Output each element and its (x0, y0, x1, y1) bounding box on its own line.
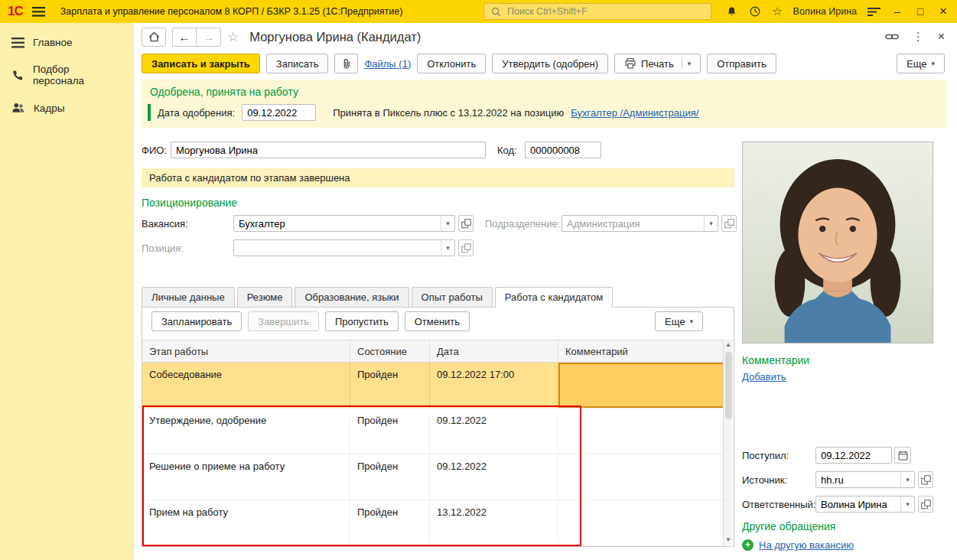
state-cell[interactable]: Пройден (350, 409, 430, 454)
comment-cell-selected[interactable] (558, 363, 724, 408)
stage-cell[interactable]: Прием на работу (142, 500, 350, 545)
position-open-button[interactable] (458, 239, 474, 256)
column-header-comment[interactable]: Комментарий (558, 340, 724, 362)
tab-personal-data[interactable]: Личные данные (142, 287, 235, 307)
responsible-value[interactable] (816, 497, 900, 512)
approval-date-field[interactable] (242, 104, 316, 121)
skip-button[interactable]: Пропустить (325, 311, 399, 331)
back-button[interactable]: ← (172, 28, 197, 47)
vacancy-combobox[interactable]: ▾ (233, 215, 455, 232)
chevron-down-icon[interactable]: ▾ (900, 472, 914, 487)
scroll-down-icon[interactable]: ▼ (725, 535, 731, 545)
fio-field[interactable] (171, 142, 486, 158)
scrollbar-thumb[interactable] (725, 352, 732, 419)
page-title: Моргунова Ирина (Кандидат) (249, 30, 421, 44)
department-combobox[interactable]: ▾ (562, 215, 718, 232)
save-button[interactable]: Записать (266, 54, 329, 73)
comment-cell[interactable] (558, 409, 724, 454)
department-value[interactable] (562, 216, 704, 231)
source-open-button[interactable] (918, 471, 933, 488)
main-menu-icon[interactable] (32, 7, 45, 17)
chevron-down-icon[interactable]: ▾ (704, 216, 718, 231)
forward-button[interactable]: → (197, 28, 221, 47)
source-value[interactable] (816, 472, 900, 487)
window-close-button[interactable]: × (937, 4, 949, 19)
stage-cell[interactable]: Утверждение, одобрение (142, 409, 350, 454)
more-menu-icon[interactable]: ⋮ (913, 30, 924, 44)
printer-icon (624, 57, 636, 70)
department-open-button[interactable] (721, 215, 737, 232)
table-row[interactable]: Собеседование Пройден 09.12.2022 17:00 (142, 363, 724, 409)
maximize-button[interactable]: □ (914, 5, 926, 18)
favorite-toggle-icon[interactable]: ☆ (227, 29, 239, 45)
comment-cell[interactable] (558, 500, 724, 545)
date-cell[interactable]: 09.12.2022 (430, 409, 558, 454)
sidebar-item-main[interactable]: Главное (0, 29, 134, 56)
tab-education[interactable]: Образование, языки (295, 287, 409, 307)
tab-experience[interactable]: Опыт работы (412, 287, 493, 307)
add-comment-link[interactable]: Добавить (742, 371, 786, 383)
column-header-state[interactable]: Состояние (350, 340, 430, 362)
sidebar-item-recruiting[interactable]: Подбор персонала (0, 56, 134, 94)
document-close-button[interactable]: × (938, 30, 945, 44)
home-button[interactable] (142, 28, 166, 47)
tab-resume[interactable]: Резюме (237, 287, 293, 307)
vacancy-value[interactable] (234, 216, 441, 231)
chevron-down-icon[interactable]: ▾ (441, 240, 454, 256)
sidebar-item-hr[interactable]: Кадры (0, 94, 134, 122)
minimize-button[interactable]: – (891, 5, 903, 18)
decline-button[interactable]: Отклонить (417, 54, 486, 73)
left-column: ФИО: Код: Работа с кандидатом по этапам … (142, 132, 737, 551)
responsible-combobox[interactable]: ▾ (815, 496, 915, 513)
scroll-up-icon[interactable]: ▲ (725, 340, 731, 350)
other-vacancy-link[interactable]: На другую вакансию (759, 539, 854, 551)
cancel-button[interactable]: Отменить (405, 311, 470, 331)
table-scrollbar[interactable]: ▲ ▼ (723, 340, 733, 545)
calendar-icon[interactable] (894, 447, 911, 464)
stage-more-button[interactable]: Еще ▾ (655, 311, 703, 331)
files-link[interactable]: Файлы (1) (364, 58, 411, 70)
table-row[interactable]: Утверждение, одобрение Пройден 09.12.202… (142, 409, 724, 454)
attachments-button[interactable] (334, 54, 358, 73)
comment-cell[interactable] (558, 454, 724, 500)
print-button[interactable]: Печать ▾ (614, 54, 701, 73)
toolbar-more-button[interactable]: Еще ▾ (897, 54, 945, 73)
global-search[interactable]: Поиск Ctrl+Shift+F (483, 3, 711, 20)
received-date-field[interactable] (815, 447, 892, 464)
table-row[interactable]: Прием на работу Пройден 13.12.2022 (142, 500, 724, 546)
history-icon[interactable] (749, 5, 761, 18)
source-combobox[interactable]: ▾ (815, 471, 915, 488)
column-header-date[interactable]: Дата (430, 340, 558, 362)
connection-quality-icon[interactable] (867, 7, 881, 17)
tab-candidate-work[interactable]: Работа с кандидатом (495, 287, 613, 308)
table-row[interactable]: Решение о приеме на работу Пройден 09.12… (142, 454, 724, 500)
positioning-section-header: Позиционирование (142, 197, 737, 209)
notifications-icon[interactable] (725, 5, 738, 18)
user-menu[interactable]: Волина Ирина (793, 6, 857, 17)
column-header-stage[interactable]: Этап работы (142, 340, 350, 362)
position-value[interactable] (234, 240, 441, 256)
state-cell[interactable]: Пройден (350, 363, 430, 408)
hired-position-link[interactable]: Бухгалтер /Администрация/ (571, 107, 698, 119)
date-cell[interactable]: 13.12.2022 (430, 500, 558, 545)
plan-button[interactable]: Запланировать (151, 311, 242, 331)
responsible-open-button[interactable] (918, 496, 933, 513)
vacancy-open-button[interactable] (458, 215, 474, 232)
favorites-icon[interactable]: ☆ (772, 5, 782, 18)
stage-cell[interactable]: Решение о приеме на работу (142, 454, 350, 500)
state-cell[interactable]: Пройден (350, 500, 430, 545)
approve-button[interactable]: Утвердить (одобрен) (492, 54, 608, 73)
chevron-down-icon[interactable]: ▾ (441, 216, 454, 231)
save-and-close-button[interactable]: Записать и закрыть (142, 54, 260, 73)
state-cell[interactable]: Пройден (350, 454, 430, 500)
stage-cell[interactable]: Собеседование (142, 363, 350, 408)
position-combobox[interactable]: ▾ (233, 239, 455, 256)
get-link-icon[interactable] (885, 31, 899, 42)
sidebar-item-label: Подбор персонала (33, 63, 122, 86)
send-button[interactable]: Отправить (707, 54, 776, 73)
received-label: Поступил: (742, 450, 815, 461)
date-cell[interactable]: 09.12.2022 17:00 (430, 363, 558, 408)
chevron-down-icon[interactable]: ▾ (900, 497, 914, 512)
date-cell[interactable]: 09.12.2022 (430, 454, 558, 500)
code-field[interactable] (525, 142, 601, 158)
